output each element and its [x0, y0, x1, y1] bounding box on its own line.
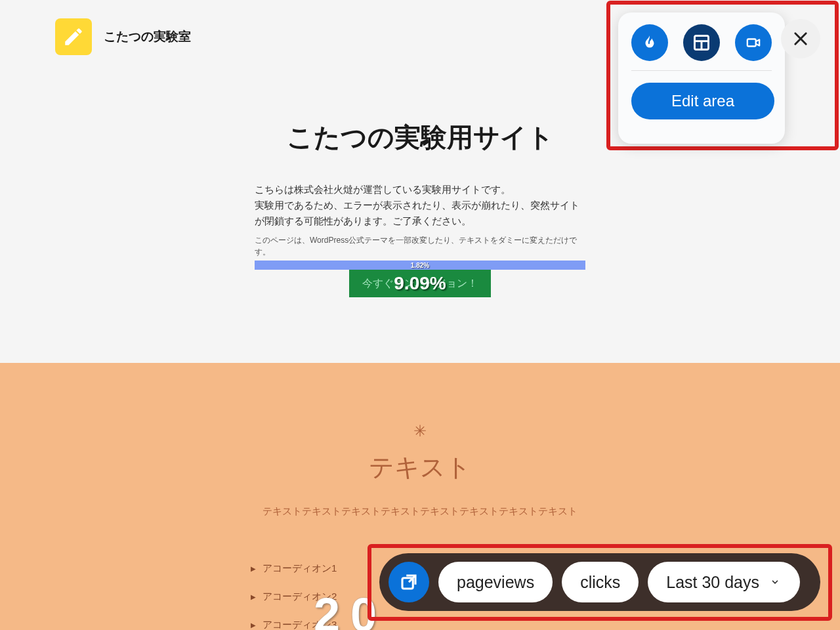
expand-button[interactable] — [388, 562, 429, 602]
site-logo[interactable] — [55, 18, 92, 55]
daterange-label: Last 30 days — [666, 573, 759, 592]
clicks-pill[interactable]: clicks — [562, 562, 639, 602]
hero-note: このページは、WordPress公式テーマを一部改変したり、テキストをダミーに変… — [255, 234, 585, 258]
bar-percentage: 1.82% — [411, 262, 429, 269]
metrics-bar: pageviews clicks Last 30 days — [379, 553, 820, 611]
site-title[interactable]: こたつの実験室 — [104, 28, 191, 45]
cta-percentage: 9.09% — [394, 273, 446, 294]
flame-icon — [641, 33, 658, 52]
chevron-down-icon — [768, 578, 782, 587]
heatmap-bar[interactable]: 1.82% — [255, 261, 585, 270]
flame-button[interactable] — [631, 24, 668, 61]
daterange-pill[interactable]: Last 30 days — [648, 562, 800, 602]
layout-icon — [692, 33, 711, 52]
asterisk-icon: ✳ — [0, 422, 840, 440]
edit-panel-highlight: Edit area — [606, 1, 839, 150]
pageviews-pill[interactable]: pageviews — [438, 562, 553, 602]
section-subtitle: テキストテキストテキストテキストテキストテキストテキストテキスト — [0, 505, 840, 518]
external-link-icon — [399, 572, 419, 592]
cta-button-overlay[interactable]: 今すぐコンバージョン！ 9.09% — [349, 270, 491, 297]
ghost-number: 2 0 — [314, 588, 375, 630]
video-button[interactable] — [735, 24, 772, 61]
section-title: テキスト — [0, 451, 840, 484]
edit-area-button[interactable]: Edit area — [631, 83, 774, 119]
panel-icon-row — [631, 24, 772, 71]
close-button[interactable] — [781, 19, 820, 58]
layout-button[interactable] — [683, 24, 720, 61]
close-icon — [791, 30, 810, 48]
svg-rect-3 — [747, 39, 756, 47]
edit-panel: Edit area — [618, 12, 785, 144]
video-icon — [744, 35, 763, 50]
pencil-icon — [62, 26, 85, 48]
hero-description-2: 実験用であるため、エラーが表示されたり、表示が崩れたり、突然サイトが閉鎖する可能… — [255, 198, 585, 229]
hero-description-1: こちらは株式会社火燵が運営している実験用サイトです。 — [255, 182, 585, 198]
metrics-bar-highlight: pageviews clicks Last 30 days — [368, 544, 832, 621]
